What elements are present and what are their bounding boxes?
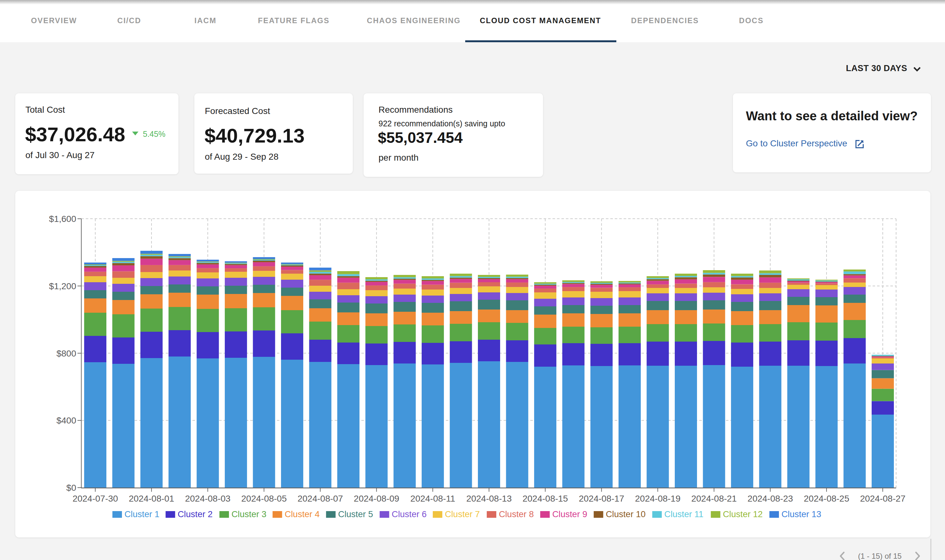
svg-text:2024-08-27: 2024-08-27 bbox=[860, 494, 905, 503]
svg-text:Cluster 7: Cluster 7 bbox=[445, 509, 480, 519]
svg-text:Cluster 4: Cluster 4 bbox=[285, 509, 319, 519]
svg-text:Cluster 13: Cluster 13 bbox=[782, 509, 821, 519]
svg-text:$800: $800 bbox=[57, 349, 76, 358]
svg-text:2024-08-01: 2024-08-01 bbox=[129, 494, 174, 503]
svg-text:Cluster 9: Cluster 9 bbox=[552, 509, 587, 519]
svg-text:Cluster 3: Cluster 3 bbox=[231, 509, 266, 519]
svg-text:Cluster 11: Cluster 11 bbox=[664, 509, 703, 519]
svg-text:2024-08-19: 2024-08-19 bbox=[635, 494, 680, 503]
svg-text:Cluster 1: Cluster 1 bbox=[125, 509, 159, 519]
svg-text:2024-08-21: 2024-08-21 bbox=[691, 494, 737, 503]
svg-text:2024-08-07: 2024-08-07 bbox=[297, 494, 343, 503]
svg-text:2024-08-11: 2024-08-11 bbox=[410, 494, 455, 503]
svg-text:Cluster 2: Cluster 2 bbox=[178, 509, 213, 519]
svg-text:Cluster 10: Cluster 10 bbox=[606, 509, 646, 519]
svg-text:Cluster 12: Cluster 12 bbox=[723, 509, 763, 519]
svg-text:2024-08-03: 2024-08-03 bbox=[185, 494, 231, 503]
svg-text:2024-08-23: 2024-08-23 bbox=[748, 494, 793, 503]
svg-text:Cluster 5: Cluster 5 bbox=[338, 509, 373, 519]
svg-text:2024-08-13: 2024-08-13 bbox=[466, 494, 511, 503]
svg-text:2024-08-09: 2024-08-09 bbox=[354, 494, 399, 503]
svg-text:Cluster 6: Cluster 6 bbox=[392, 509, 427, 519]
svg-text:$400: $400 bbox=[57, 415, 76, 425]
svg-text:2024-08-15: 2024-08-15 bbox=[522, 494, 568, 503]
svg-text:$0: $0 bbox=[66, 483, 76, 493]
svg-text:$1,200: $1,200 bbox=[49, 281, 76, 291]
svg-text:2024-08-17: 2024-08-17 bbox=[579, 494, 624, 503]
svg-text:$1,600: $1,600 bbox=[49, 214, 76, 224]
svg-text:Cluster 8: Cluster 8 bbox=[499, 509, 534, 519]
svg-text:2024-07-30: 2024-07-30 bbox=[72, 494, 118, 503]
svg-text:2024-08-05: 2024-08-05 bbox=[241, 494, 287, 503]
svg-text:2024-08-25: 2024-08-25 bbox=[804, 494, 849, 503]
